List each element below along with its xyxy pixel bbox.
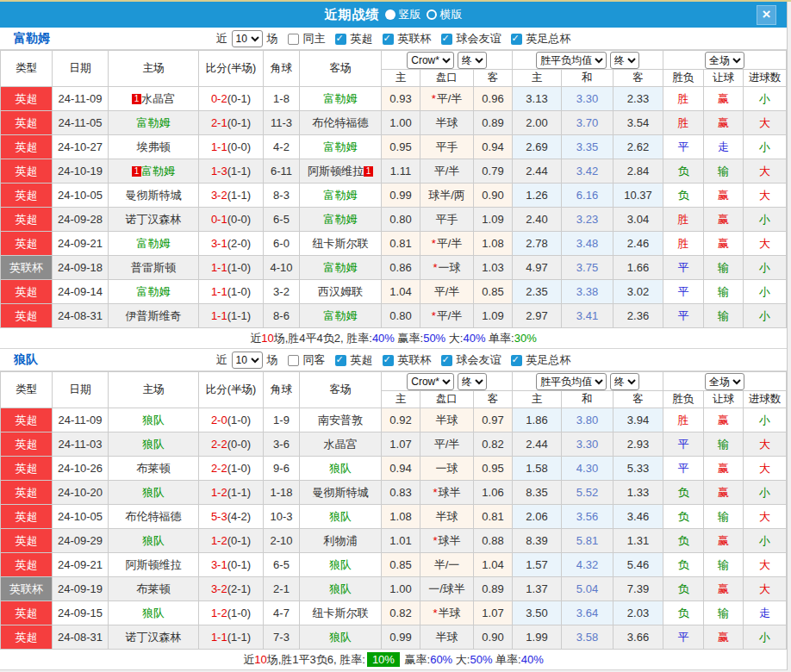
cell-avg-draw: 5.81 <box>562 529 613 553</box>
avg-header-cell: 胜平负均值 终 <box>513 51 663 70</box>
cell-avg-lose: 2.46 <box>613 232 663 256</box>
cell-date: 24-09-19 <box>53 577 109 601</box>
score-fulltime: 0-1 <box>211 213 227 226</box>
cell-avg-lose: 3.54 <box>613 111 663 135</box>
league-checkbox-efl-cup[interactable] <box>383 355 394 366</box>
cell-result-goals: 大 <box>744 184 787 208</box>
league-checkbox-friendly[interactable] <box>441 355 452 366</box>
cell-competition: 英超 <box>1 159 53 184</box>
cell-result-handicap: 赢 <box>704 529 744 553</box>
cell-away-team: 狼队 <box>300 457 382 481</box>
result-scope-select[interactable]: 全场 <box>705 52 744 69</box>
cell-away-odds: 0.97 <box>474 408 513 432</box>
cell-avg-lose: 3.02 <box>613 280 663 304</box>
col-header-corner: 角球 <box>264 372 300 408</box>
cell-result-goals: 走 <box>744 601 787 625</box>
radio-vertical-label[interactable]: 竖版 <box>399 7 421 22</box>
cell-avg-win: 1.58 <box>513 457 562 481</box>
away-team-name: 曼彻斯特城 <box>313 486 369 499</box>
cell-competition: 英超 <box>1 481 53 505</box>
cell-avg-lose: 5.33 <box>613 457 663 481</box>
close-icon[interactable]: × <box>757 5 776 25</box>
score-fulltime: 1-3 <box>211 165 227 177</box>
odds-source-select[interactable]: Crow* <box>407 373 454 390</box>
match-row: 英超24-11-091水晶宫0-2(0-1)1-8富勒姆0.93*平/半0.96… <box>1 87 787 111</box>
cell-result-wdl: 胜 <box>663 111 704 135</box>
radio-horizontal-label[interactable]: 横版 <box>440 7 463 22</box>
cell-avg-lose: 2.62 <box>613 135 663 159</box>
league-checkbox-fa-cup[interactable] <box>511 355 522 366</box>
cell-result-goals: 大 <box>744 577 787 601</box>
score-fulltime: 3-1 <box>211 558 227 571</box>
match-count-select[interactable]: 10 <box>232 352 263 369</box>
cell-result-wdl: 平 <box>663 457 704 481</box>
score-halftime: (0-1) <box>227 116 251 129</box>
cell-handicap: 半球 <box>420 111 474 135</box>
odds-scope-select[interactable]: 终 <box>458 52 487 69</box>
games-label: 场 <box>267 31 278 47</box>
cell-handicap: 平手 <box>420 208 474 232</box>
avg-scope-select[interactable]: 终 <box>610 52 639 69</box>
radio-vertical-layout[interactable] <box>385 9 396 20</box>
cell-corners: 3-2 <box>264 280 300 304</box>
away-team-name: 阿斯顿维拉 <box>308 165 364 177</box>
league-checkbox-friendly[interactable] <box>441 34 452 45</box>
cell-result-goals: 大 <box>744 232 787 256</box>
sub-header-avg-draw: 和 <box>562 391 613 408</box>
sub-header-wdl: 胜负 <box>663 70 704 87</box>
cell-home-team: 阿斯顿维拉 <box>109 553 199 577</box>
away-team-name: 富勒姆 <box>324 140 358 153</box>
cell-away-odds: 1.09 <box>474 304 513 328</box>
cell-result-goals: 小 <box>744 481 787 505</box>
odds-header-cell: Crow* 终 <box>382 51 513 70</box>
score-fulltime: 1-2 <box>211 486 227 499</box>
league-checkbox-efl-cup[interactable] <box>383 34 394 45</box>
cell-score: 0-2(0-1) <box>199 87 264 111</box>
cell-result-handicap: 输 <box>704 304 744 328</box>
radio-horizontal-layout[interactable] <box>427 9 437 20</box>
cell-corners: 6-11 <box>264 159 300 184</box>
avg-source-select[interactable]: 胜平负均值 <box>536 373 607 390</box>
home-team-name: 曼彻斯特城 <box>126 189 182 202</box>
score-fulltime: 1-2 <box>211 534 227 547</box>
cell-score: 5-3(4-2) <box>199 505 264 529</box>
home-team-name: 诺丁汉森林 <box>126 631 182 644</box>
cell-away-team: 布伦特福德 <box>300 111 382 135</box>
cell-away-team: 纽卡斯尔联 <box>300 601 382 625</box>
league-label-fa-cup: 英足总杯 <box>526 31 571 47</box>
odds-scope-select[interactable]: 终 <box>458 373 487 390</box>
match-count-select[interactable]: 10 <box>232 30 263 47</box>
result-scope-select[interactable]: 全场 <box>705 373 744 390</box>
sub-header-goals: 进球数 <box>744 391 787 408</box>
cell-home-team: 布莱顿 <box>109 577 199 601</box>
cell-away-team: 富勒姆 <box>300 87 382 111</box>
odds-source-select[interactable]: Crow* <box>407 52 454 69</box>
league-checkbox-premier[interactable] <box>335 355 346 366</box>
score-fulltime: 1-1 <box>211 261 227 274</box>
score-halftime: (1-1) <box>227 309 251 322</box>
cell-date: 24-10-26 <box>53 457 109 481</box>
cell-date: 24-11-09 <box>53 87 109 111</box>
cell-away-odds: 0.85 <box>474 280 513 304</box>
cell-avg-win: 2.78 <box>513 232 562 256</box>
cell-result-handicap: 赢 <box>704 111 744 135</box>
cell-avg-win: 2.06 <box>513 505 562 529</box>
league-checkbox-fa-cup[interactable] <box>511 34 522 45</box>
cell-corners: 4-2 <box>264 135 300 159</box>
cell-result-goals: 大 <box>744 159 787 184</box>
cell-avg-win: 2.97 <box>513 304 562 328</box>
cell-date: 24-10-05 <box>53 184 109 208</box>
cell-result-wdl: 平 <box>663 625 704 650</box>
league-checkbox-premier[interactable] <box>335 34 346 45</box>
cell-corners: 7-3 <box>264 625 300 650</box>
cell-avg-lose: 1.31 <box>613 529 663 553</box>
cell-competition: 英超 <box>1 601 53 625</box>
result-header-cell: 全场 <box>663 372 787 391</box>
avg-scope-select[interactable]: 终 <box>610 373 639 390</box>
star-icon: * <box>433 261 437 274</box>
same-venue-checkbox[interactable] <box>288 34 299 45</box>
avg-source-select[interactable]: 胜平负均值 <box>536 52 607 69</box>
same-venue-checkbox[interactable] <box>288 355 299 366</box>
cell-avg-draw: 3.41 <box>562 304 613 328</box>
home-team-name: 水晶宫 <box>141 92 175 105</box>
